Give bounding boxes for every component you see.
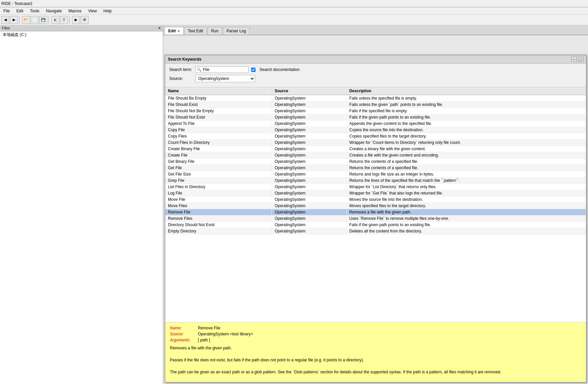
source-row: Source: OperatingSystem All libraries Bu…: [169, 75, 582, 82]
cell-source: OperatingSystem: [272, 222, 346, 228]
cell-source: OperatingSystem: [272, 196, 346, 203]
detail-source-value: OperatingSystem <test library>: [198, 332, 253, 336]
toolbar-settings[interactable]: ⚙: [81, 16, 89, 24]
table-row[interactable]: Move FileOperatingSystemMoves the source…: [165, 196, 586, 203]
table-row[interactable]: Count Files In DirectoryOperatingSystemW…: [165, 140, 586, 146]
table-row[interactable]: Create Binary FileOperatingSystemCreates…: [165, 146, 586, 152]
cell-source: OperatingSystem: [272, 121, 346, 127]
cell-name: Copy Files: [165, 133, 272, 140]
toolbar-t[interactable]: T: [60, 16, 68, 24]
cell-source: OperatingSystem: [272, 184, 346, 190]
search-input-wrapper: 🔍: [195, 66, 249, 73]
table-row[interactable]: File Should Be EmptyOperatingSystemFails…: [165, 95, 586, 102]
table-row[interactable]: Copy FilesOperatingSystemCopies specifie…: [165, 133, 586, 140]
detail-desc-line-0: Removes a file with the given path.: [170, 345, 581, 351]
table-row[interactable]: Grep FileOperatingSystemReturns the line…: [165, 178, 586, 184]
detail-name-value: Remove File: [198, 326, 220, 330]
detail-desc-line-1: Passes if the file does not exist, but f…: [170, 357, 581, 363]
cell-source: OperatingSystem: [272, 102, 346, 108]
table-row[interactable]: Copy FileOperatingSystemCopies the sourc…: [165, 127, 586, 133]
dialog-title-bar: Search Keywords ─ □: [165, 55, 586, 64]
menu-help[interactable]: Help: [102, 8, 114, 14]
table-row[interactable]: Directory Should Not ExistOperatingSyste…: [165, 222, 586, 228]
cell-description: Copies specified files to the target dir…: [346, 133, 586, 140]
detail-arguments-value: [ path ]: [198, 338, 210, 342]
toolbar-new[interactable]: 📄: [31, 16, 39, 24]
tab-parser-log[interactable]: Parser Log: [223, 27, 250, 35]
cell-description: Appends the given content to the specifi…: [346, 121, 586, 127]
keywords-table-container[interactable]: Name Source Description File Should Be E…: [165, 87, 586, 322]
files-close-icon[interactable]: ✕: [158, 26, 161, 30]
detail-description: Removes a file with the given path. Pass…: [170, 345, 581, 375]
toolbar-sep-2: [49, 16, 50, 24]
table-row[interactable]: Get FileOperatingSystemReturns the conte…: [165, 165, 586, 171]
menu-file[interactable]: File: [1, 8, 12, 14]
table-row[interactable]: Move FilesOperatingSystemMoves specified…: [165, 203, 586, 209]
table-row[interactable]: Create FileOperatingSystemCreates a file…: [165, 152, 586, 159]
tab-edit-close[interactable]: ✕: [177, 29, 180, 33]
detail-source-row: Source: OperatingSystem <test library>: [170, 332, 581, 336]
search-magnifier-icon: 🔍: [197, 68, 202, 72]
cell-source: OperatingSystem: [272, 159, 346, 165]
menu-view[interactable]: View: [86, 8, 99, 14]
toolbar-sep-3: [69, 16, 71, 24]
cell-description: Fails if the given path points to an exi…: [346, 114, 586, 121]
cell-source: OperatingSystem: [272, 209, 346, 215]
toolbar-back[interactable]: ◀: [1, 16, 9, 24]
table-header-row: Name Source Description: [165, 87, 586, 95]
tab-text-edit-label: Text Edit: [188, 29, 203, 33]
toolbar-run[interactable]: ▶: [72, 16, 80, 24]
search-form: Search term: 🔍 Search documentation Sour…: [165, 64, 586, 87]
dialog-title-controls: ─ □: [571, 57, 583, 62]
tab-run-label: Run: [211, 29, 219, 33]
table-row[interactable]: Get Binary FileOperatingSystemReturns th…: [165, 159, 586, 165]
cell-source: OperatingSystem: [272, 171, 346, 178]
table-row[interactable]: File Should Not Be EmptyOperatingSystemF…: [165, 108, 586, 114]
search-term-input[interactable]: [203, 67, 243, 72]
detail-arguments-label: Arguments:: [170, 338, 197, 342]
cell-name: Create Binary File: [165, 146, 272, 152]
tab-text-edit[interactable]: Text Edit: [184, 27, 207, 35]
detail-desc-line-2: The path can be given as an exact path o…: [170, 369, 581, 375]
menu-tools[interactable]: Tools: [28, 8, 41, 14]
tree-item-c[interactable]: 本地磁盘 (C:): [0, 31, 163, 38]
cell-source: OperatingSystem: [272, 215, 346, 222]
table-row[interactable]: File Should Not ExistOperatingSystemFail…: [165, 114, 586, 121]
table-row[interactable]: Remove FileOperatingSystemRemoves a file…: [165, 209, 586, 215]
col-source: Source: [272, 87, 346, 95]
cell-name: Directory Should Not Exist: [165, 222, 272, 228]
dialog-minimize-btn[interactable]: ─: [571, 57, 577, 62]
cell-description: Removes a file with the given path.: [346, 209, 586, 215]
cell-source: OperatingSystem: [272, 108, 346, 114]
tab-run[interactable]: Run: [208, 27, 222, 35]
files-tree[interactable]: 本地磁盘 (C:): [0, 31, 163, 384]
menu-navigate[interactable]: Navigate: [44, 8, 64, 14]
table-row[interactable]: Empty DirectoryOperatingSystemDeletes al…: [165, 228, 586, 234]
tab-edit[interactable]: Edit ✕: [165, 27, 184, 35]
detail-name-label: Name:: [170, 326, 197, 330]
menu-macros[interactable]: Macros: [66, 8, 83, 14]
table-row[interactable]: Remove FilesOperatingSystemUses `Remove …: [165, 215, 586, 222]
tab-parser-log-label: Parser Log: [227, 29, 246, 33]
table-row[interactable]: Append To FileOperatingSystemAppends the…: [165, 121, 586, 127]
table-row[interactable]: File Should ExistOperatingSystemFails un…: [165, 102, 586, 108]
toolbar-forward[interactable]: ▶: [10, 16, 18, 24]
table-row[interactable]: Log FileOperatingSystemWrapper for `Get …: [165, 190, 586, 196]
cell-description: Uses `Remove File` to remove multiple fi…: [346, 215, 586, 222]
toolbar-open[interactable]: 📂: [22, 16, 30, 24]
dialog-title: Search Keywords: [168, 57, 202, 62]
search-doc-checkbox[interactable]: [251, 68, 256, 72]
toolbar-save[interactable]: 💾: [39, 16, 47, 24]
menu-edit[interactable]: Edit: [14, 8, 25, 14]
title-bar: RIDE - Testcase2: [0, 0, 588, 7]
cell-name: Get File: [165, 165, 272, 171]
cell-source: OperatingSystem: [272, 165, 346, 171]
source-select[interactable]: OperatingSystem All libraries BuiltIn Co…: [195, 75, 255, 82]
table-row[interactable]: List Files In DirectoryOperatingSystemWr…: [165, 184, 586, 190]
cell-description: Fails if the specified file is empty.: [346, 108, 586, 114]
toolbar-k[interactable]: K: [51, 16, 59, 24]
cell-description: Moves specified files to the target dire…: [346, 203, 586, 209]
cell-source: OperatingSystem: [272, 228, 346, 234]
table-row[interactable]: Get File SizeOperatingSystemReturns and …: [165, 171, 586, 178]
dialog-maximize-btn[interactable]: □: [578, 57, 583, 62]
